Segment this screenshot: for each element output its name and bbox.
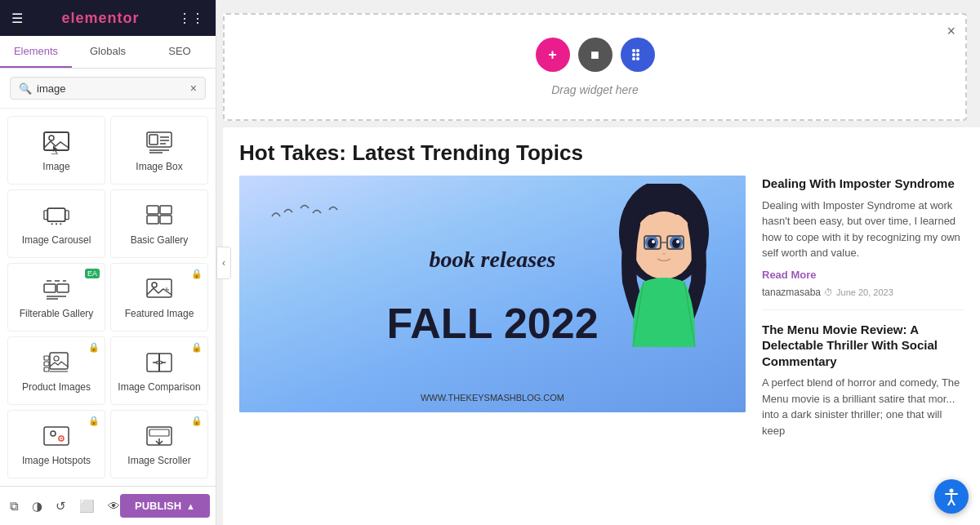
widget-image-label: Image bbox=[42, 161, 69, 172]
svg-point-47 bbox=[636, 57, 639, 60]
grid-icon[interactable]: ⋮⋮ bbox=[178, 11, 204, 26]
widget-basic-gallery-label: Basic Gallery bbox=[131, 234, 189, 246]
svg-point-55 bbox=[676, 240, 679, 243]
svg-rect-16 bbox=[160, 206, 172, 214]
svg-rect-11 bbox=[65, 211, 69, 220]
svg-point-44 bbox=[632, 57, 635, 60]
drag-widget-button[interactable] bbox=[621, 38, 655, 72]
svg-point-59 bbox=[950, 489, 954, 493]
svg-point-43 bbox=[632, 53, 635, 56]
widget-image[interactable]: Image bbox=[7, 116, 105, 185]
svg-point-37 bbox=[51, 431, 56, 436]
svg-rect-18 bbox=[160, 216, 172, 224]
svg-rect-41 bbox=[149, 429, 169, 436]
widget-image-carousel-label: Image Carousel bbox=[22, 234, 91, 246]
theme-icon[interactable]: ◑ bbox=[32, 499, 42, 514]
hamburger-icon[interactable]: ☰ bbox=[11, 11, 23, 26]
blog-title: Hot Takes: Latest Trending Topics bbox=[239, 140, 964, 166]
svg-rect-26 bbox=[147, 279, 172, 297]
product-images-icon bbox=[42, 352, 71, 375]
collapse-handle[interactable]: ‹ bbox=[216, 247, 231, 279]
featured-image-icon bbox=[145, 278, 174, 301]
blog-content-area: Hot Takes: Latest Trending Topics bbox=[223, 127, 980, 525]
search-box: 🔍 × bbox=[10, 77, 206, 100]
sidebar: ☰ elementor ⋮⋮ Elements Globals SEO 🔍 × bbox=[0, 0, 216, 525]
widget-featured-image[interactable]: 🔒 Featured Image bbox=[110, 263, 208, 331]
image-hotspots-icon bbox=[42, 425, 71, 448]
widget-image-scroller-label: Image Scroller bbox=[127, 455, 190, 466]
svg-rect-31 bbox=[44, 367, 49, 372]
post-2-title: The Menu Movie Review: A Delectable Thri… bbox=[762, 322, 964, 370]
widget-image-box[interactable]: Image Box bbox=[110, 116, 208, 185]
responsive-icon[interactable]: ⬜ bbox=[79, 499, 95, 514]
drag-controls: + ■ bbox=[536, 38, 655, 72]
svg-rect-29 bbox=[44, 356, 49, 360]
drag-square-button[interactable]: ■ bbox=[578, 38, 612, 72]
book-text-releases: book releases bbox=[430, 247, 556, 273]
search-clear-button[interactable]: × bbox=[190, 82, 197, 95]
widget-image-carousel[interactable]: Image Carousel bbox=[7, 189, 105, 258]
post-1-title: Dealing With Imposter Syndrome bbox=[762, 176, 964, 192]
svg-rect-3 bbox=[149, 135, 158, 145]
svg-point-13 bbox=[56, 223, 57, 225]
post-card-1: Dealing With Imposter Syndrome Dealing w… bbox=[762, 176, 964, 310]
widget-image-hotspots[interactable]: 🔒 Image Hotspots bbox=[7, 410, 105, 478]
svg-point-53 bbox=[672, 238, 680, 248]
widget-image-hotspots-label: Image Hotspots bbox=[22, 455, 91, 466]
search-input[interactable] bbox=[37, 82, 190, 95]
widget-featured-image-label: Featured Image bbox=[125, 308, 194, 319]
blog-section: Hot Takes: Latest Trending Topics bbox=[223, 127, 980, 475]
sidebar-bottom: ⧉ ◑ ↺ ⬜ 👁 PUBLISH ▲ bbox=[0, 486, 216, 525]
widget-filterable-gallery[interactable]: EA Filterable Gallery bbox=[7, 263, 105, 331]
accessibility-button[interactable] bbox=[934, 479, 969, 514]
tab-seo[interactable]: SEO bbox=[144, 36, 216, 68]
image-comparison-icon bbox=[145, 352, 174, 375]
svg-rect-0 bbox=[44, 132, 69, 150]
svg-point-54 bbox=[652, 240, 655, 243]
filterable-gallery-icon bbox=[42, 278, 71, 301]
widget-image-scroller[interactable]: 🔒 Image Scroller bbox=[110, 410, 208, 478]
lock-icon-comparison: 🔒 bbox=[191, 342, 203, 353]
main-content: × + ■ Drag widget here Hot Takes: Latest… bbox=[216, 0, 980, 525]
widget-grid: Image Image Box bbox=[0, 109, 216, 486]
post-1-date: June 20, 2023 bbox=[836, 287, 893, 297]
post-1-read-more[interactable]: Read More bbox=[762, 269, 816, 281]
clock-icon: ⏱ bbox=[824, 287, 833, 297]
sidebar-tabs: Elements Globals SEO bbox=[0, 36, 216, 69]
svg-point-12 bbox=[51, 223, 53, 225]
lock-icon-featured: 🔒 bbox=[191, 269, 203, 279]
svg-rect-19 bbox=[44, 284, 56, 292]
featured-image-placeholder: book releases FALL 2022 WWW.THEKEYSMASHB… bbox=[239, 176, 746, 412]
svg-point-27 bbox=[152, 283, 157, 287]
post-1-author: tanazmasaba bbox=[762, 287, 821, 298]
widget-image-comparison[interactable]: 🔒 Image Comparison bbox=[110, 336, 208, 405]
elementor-logo: elementor bbox=[61, 10, 139, 27]
lock-icon-scroller: 🔒 bbox=[191, 416, 203, 426]
post-1-excerpt: Dealing with Imposter Syndrome at work h… bbox=[762, 198, 964, 261]
ea-badge: EA bbox=[85, 269, 100, 278]
chevron-up-icon: ▲ bbox=[186, 501, 195, 511]
preview-icon[interactable]: 👁 bbox=[108, 499, 120, 514]
add-section-button[interactable]: + bbox=[536, 38, 570, 72]
widget-filterable-gallery-label: Filterable Gallery bbox=[20, 308, 94, 319]
layers-icon[interactable]: ⧉ bbox=[10, 499, 19, 514]
sidebar-header: ☰ elementor ⋮⋮ bbox=[0, 0, 216, 36]
tab-elements[interactable]: Elements bbox=[0, 36, 72, 68]
svg-point-45 bbox=[636, 49, 639, 52]
svg-point-1 bbox=[49, 136, 54, 140]
close-button[interactable]: × bbox=[947, 23, 956, 40]
lock-icon-hotspots: 🔒 bbox=[88, 416, 100, 426]
post-card-2: The Menu Movie Review: A Delectable Thri… bbox=[762, 322, 964, 456]
svg-point-14 bbox=[60, 223, 61, 225]
widget-product-images[interactable]: 🔒 Product Images bbox=[7, 336, 105, 405]
widget-basic-gallery[interactable]: Basic Gallery bbox=[110, 189, 208, 258]
history-icon[interactable]: ↺ bbox=[56, 499, 66, 514]
svg-rect-17 bbox=[147, 216, 158, 224]
publish-button[interactable]: PUBLISH ▲ bbox=[120, 494, 210, 518]
featured-image-block: book releases FALL 2022 WWW.THEKEYSMASHB… bbox=[239, 176, 746, 412]
lock-icon-product: 🔒 bbox=[88, 342, 100, 353]
search-icon: 🔍 bbox=[19, 82, 32, 95]
svg-point-52 bbox=[648, 238, 656, 248]
image-scroller-icon bbox=[145, 425, 174, 448]
tab-globals[interactable]: Globals bbox=[72, 36, 144, 68]
